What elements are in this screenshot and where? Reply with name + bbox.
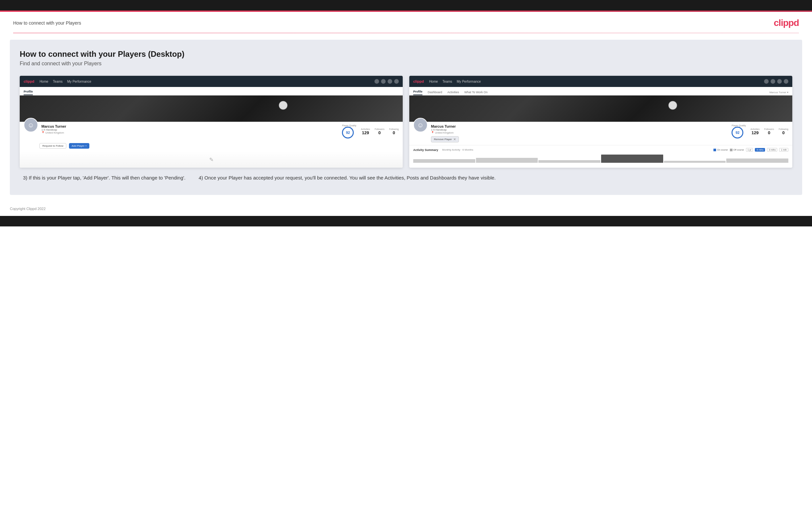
clippd-logo: clippd [774, 18, 799, 28]
followers-value-right: 0 [764, 130, 774, 135]
app-tabbar-right: Profile Dashboard Activities What To Wor… [409, 87, 792, 96]
app-tabbar-left: Profile [20, 87, 403, 96]
bottom-bar [0, 216, 812, 226]
legend-oncourse: On course [713, 149, 727, 151]
period-6mths-button[interactable]: 6 mths [755, 148, 765, 152]
chart-bar-2 [476, 158, 538, 163]
app-navbar-left: clippd Home Teams My Performance [20, 76, 403, 87]
followers-label-left: Followers [374, 128, 384, 130]
app-nav-icons-right [764, 79, 789, 84]
screenshot-left: clippd Home Teams My Performance Profile [20, 76, 403, 168]
player-handicap-left: 1-5 Handicap [41, 128, 339, 131]
add-player-button[interactable]: Add Player + [69, 143, 89, 149]
step3-text: 3) If this is your Player tap, 'Add Play… [23, 174, 186, 182]
profile-info-left: Marcus Turner 1-5 Handicap 📍 United King… [41, 124, 339, 134]
app-logo-right: clippd [413, 79, 424, 83]
main-content: How to connect with your Players (Deskto… [10, 40, 802, 195]
stat-activities-left: Activities 129 [361, 128, 370, 135]
main-subtitle: Find and connect with your Players [20, 61, 792, 67]
quality-label-left: Player Quality [342, 124, 356, 127]
golf-course-image-left [20, 96, 403, 122]
tab-profile-left[interactable]: Profile [23, 90, 33, 95]
period-1yr-button[interactable]: 1 yr [746, 148, 753, 152]
top-bar [0, 0, 812, 10]
screenshot-right: clippd Home Teams My Performance Profile… [409, 76, 792, 168]
player-handicap-right: 1-5 Handicap [431, 128, 728, 131]
nav-myperformance-left[interactable]: My Performance [67, 80, 91, 83]
player-name-right: Marcus Turner [431, 124, 728, 128]
activity-period: Monthly Activity · 6 Months [442, 148, 473, 151]
quality-value-left: 92 [342, 127, 354, 138]
user-icon-left[interactable] [381, 79, 386, 84]
golf-course-image-right [409, 96, 792, 122]
following-label-right: Following [778, 128, 789, 130]
activities-value-right: 129 [751, 130, 760, 135]
stat-quality-left: Player Quality 92 [342, 124, 356, 138]
avatar-right: ☺ [413, 118, 428, 132]
globe-icon-left[interactable] [394, 79, 399, 84]
stat-following-right: Following 0 [778, 128, 789, 135]
nav-teams-right[interactable]: Teams [443, 80, 452, 83]
chart-bar-3 [539, 160, 601, 163]
nav-items-left: Home Teams My Performance [39, 80, 369, 83]
request-follow-button[interactable]: Request to Follow [39, 143, 66, 149]
step4-text: 4) Once your Player has accepted your re… [199, 174, 496, 182]
location-pin-icon-right: 📍 [431, 131, 434, 134]
tab-activities-right[interactable]: Activities [447, 91, 459, 95]
activity-title: Activity Summary [413, 148, 438, 152]
page-footer: Copyright Clippd 2022 [0, 202, 812, 216]
nav-home-right[interactable]: Home [429, 80, 438, 83]
nav-teams-left[interactable]: Teams [53, 80, 62, 83]
settings-icon-left[interactable] [388, 79, 392, 84]
nav-home-left[interactable]: Home [39, 80, 48, 83]
location-pin-icon-left: 📍 [41, 131, 45, 134]
header-divider [13, 33, 799, 33]
settings-icon-right[interactable] [777, 79, 782, 84]
period-3mths-button[interactable]: 3 mths [767, 148, 777, 152]
avatar-icon-left: ☺ [28, 121, 34, 129]
descriptions-row: 3) If this is your Player tap, 'Add Play… [20, 168, 792, 185]
legend-oncourse-label: On course [717, 149, 727, 151]
action-buttons-left: Request to Follow Add Player + [20, 141, 403, 151]
profile-section-right: ☺ Marcus Turner 1-5 Handicap 📍 United Ki… [409, 122, 792, 145]
chart-bar-5 [664, 161, 726, 163]
activity-summary: Activity Summary Monthly Activity · 6 Mo… [409, 145, 792, 165]
remove-player-button[interactable]: Remove Player ✕ [431, 136, 459, 143]
stat-followers-right: Followers 0 [764, 128, 774, 135]
avatar-icon-right: ☺ [417, 121, 424, 129]
period-1mth-button[interactable]: 1 mth [779, 148, 789, 152]
edit-icon-left: ✎ [209, 157, 213, 163]
tab-profile-right[interactable]: Profile [413, 90, 422, 95]
chart-bar-1 [413, 159, 475, 163]
profile-info-right: Marcus Turner 1-5 Handicap 📍 United King… [431, 124, 728, 143]
globe-icon-right[interactable] [784, 79, 789, 84]
search-icon-right[interactable] [764, 79, 769, 84]
legend-offcourse-label: Off course [733, 149, 744, 151]
nav-myperformance-right[interactable]: My Performance [457, 80, 481, 83]
chart-bar-4 [601, 155, 663, 163]
tab-whattoon-right[interactable]: What To Work On [464, 91, 488, 95]
activities-value-left: 129 [361, 130, 370, 135]
stat-activities-right: Activities 129 [751, 128, 760, 135]
main-title: How to connect with your Players (Deskto… [20, 50, 792, 59]
activity-chart [413, 154, 789, 163]
user-icon-right[interactable] [771, 79, 775, 84]
activity-controls: On course Off course 1 yr 6 mths 3 mths … [713, 148, 789, 152]
legend-offcourse-icon [730, 149, 732, 151]
followers-label-right: Followers [764, 128, 774, 130]
tab-username-right[interactable]: Marcus Turner ▾ [769, 91, 789, 95]
app-navbar-right: clippd Home Teams My Performance [409, 76, 792, 87]
following-value-right: 0 [778, 130, 789, 135]
quality-value-right: 92 [731, 127, 743, 138]
legend-oncourse-icon [713, 149, 716, 151]
description-left: 3) If this is your Player tap, 'Add Play… [20, 168, 189, 185]
profile-stats-left: Player Quality 92 Activities 129 Followe… [342, 124, 399, 138]
profile-section-left: ☺ Marcus Turner 1-5 Handicap 📍 United Ki… [20, 122, 403, 141]
profile-stats-right: Player Quality 92 Activities 129 Followe… [731, 124, 789, 138]
tab-dashboard-right[interactable]: Dashboard [428, 91, 442, 95]
activities-label-left: Activities [361, 128, 370, 130]
description-right: 4) Once your Player has accepted your re… [195, 168, 499, 185]
avatar-left: ☺ [23, 118, 38, 132]
quality-label-right: Player Quality [731, 124, 746, 127]
search-icon-left[interactable] [374, 79, 379, 84]
